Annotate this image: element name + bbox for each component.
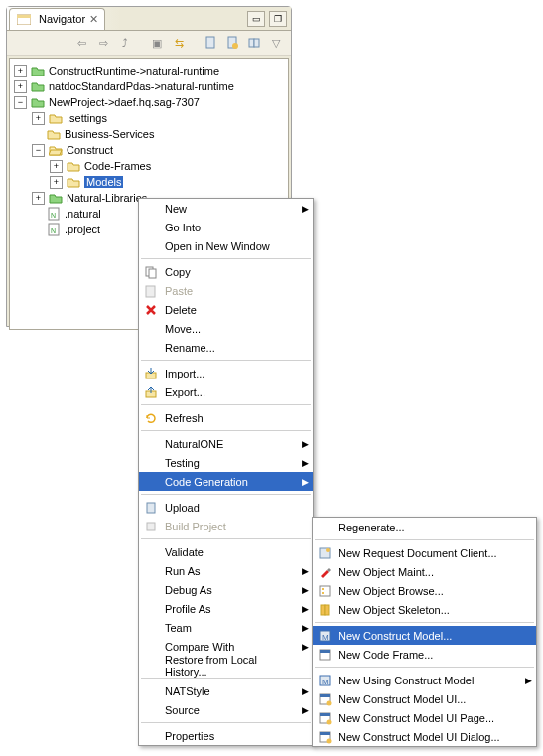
svg-text:M: M xyxy=(322,633,329,642)
tab-bar: Navigator ✕ ▭ ❐ xyxy=(7,7,291,31)
wizard-icon xyxy=(313,603,337,617)
project-icon xyxy=(30,63,46,78)
menu-objskel[interactable]: New Object Skeleton... xyxy=(313,600,536,619)
build-icon xyxy=(139,520,163,533)
menu-build: Build Project xyxy=(139,517,313,535)
project-icon xyxy=(30,78,46,94)
svg-rect-21 xyxy=(322,588,324,590)
menu-reqdoc[interactable]: New Request Document Client... xyxy=(313,543,536,562)
svg-rect-17 xyxy=(147,523,155,530)
menu-constuidialog[interactable]: New Construct Model UI Dialog... xyxy=(313,727,536,746)
menu-paste: Paste xyxy=(139,281,313,300)
menu-constui[interactable]: New Construct Model UI... xyxy=(313,689,536,708)
folder-icon xyxy=(66,174,81,190)
maximize-icon[interactable]: ❐ xyxy=(269,11,287,27)
menu-restore[interactable]: Restore from Local History... xyxy=(139,656,313,675)
menu-delete[interactable]: Delete xyxy=(139,300,313,319)
menu-profileas[interactable]: Profile As▶ xyxy=(139,599,313,618)
tree-node-selected[interactable]: +Models xyxy=(10,174,288,190)
svg-text:M: M xyxy=(322,678,329,686)
tree-node[interactable]: +ConstructRuntime->natural-runtime xyxy=(10,63,288,78)
menu-copy[interactable]: Copy xyxy=(139,262,313,281)
menu-objbrowse[interactable]: New Object Browse... xyxy=(313,581,536,600)
menu-new[interactable]: New▶ xyxy=(139,199,313,218)
folder-icon xyxy=(48,110,64,126)
toolbar: ⇦ ⇨ ⤴ ▣ ⇆ ▽ xyxy=(7,31,291,56)
tree-node[interactable]: Business-Services xyxy=(10,126,288,142)
svg-rect-5 xyxy=(249,39,254,47)
svg-rect-28 xyxy=(320,650,330,653)
menu-usingconst[interactable]: MNew Using Construct Model▶ xyxy=(313,671,536,689)
menu-objmaint[interactable]: New Object Maint... xyxy=(313,562,536,581)
library-icon xyxy=(48,190,64,206)
file-icon: N xyxy=(46,206,62,222)
menu-constuipage[interactable]: New Construct Model UI Page... xyxy=(313,708,536,727)
tree-node[interactable]: +natdocStandardPdas->natural-runtime xyxy=(10,78,288,94)
svg-point-4 xyxy=(232,43,238,49)
tree-node[interactable]: +Code-Frames xyxy=(10,158,288,174)
folder-icon xyxy=(46,126,62,142)
menu-rename[interactable]: Rename... xyxy=(139,338,313,357)
menu-regenerate[interactable]: Regenerate... xyxy=(313,518,536,536)
menu-naturalone[interactable]: NaturalONE▶ xyxy=(139,434,313,453)
tree-node[interactable]: +.settings xyxy=(10,110,288,126)
svg-rect-13 xyxy=(146,286,155,297)
folder-open-icon xyxy=(48,142,64,158)
tree-node[interactable]: −NewProject->daef.hq.sag-7307 xyxy=(10,94,288,110)
menu-natstyle[interactable]: NATStyle▶ xyxy=(139,681,313,700)
navigator-tab[interactable]: Navigator ✕ xyxy=(9,8,105,30)
svg-point-33 xyxy=(327,700,332,705)
svg-rect-2 xyxy=(206,37,214,48)
wizard-icon xyxy=(313,648,337,662)
menu-import[interactable]: Import... xyxy=(139,364,313,382)
tool3-icon[interactable] xyxy=(245,34,263,52)
svg-rect-6 xyxy=(254,39,259,47)
menu-codeframe[interactable]: New Code Frame... xyxy=(313,645,536,664)
menu-debugas[interactable]: Debug As▶ xyxy=(139,580,313,599)
collapse-icon[interactable]: ▣ xyxy=(148,34,166,52)
menu-validate[interactable]: Validate xyxy=(139,542,313,561)
fwd-icon[interactable]: ⇨ xyxy=(94,34,112,52)
menu-export[interactable]: Export... xyxy=(139,382,313,401)
wizard-icon xyxy=(313,711,337,725)
menu-constmodel[interactable]: MNew Construct Model... xyxy=(313,626,536,645)
svg-point-19 xyxy=(326,548,330,552)
menu-team[interactable]: Team▶ xyxy=(139,618,313,637)
submenu-codegen: Regenerate... New Request Document Clien… xyxy=(312,517,537,747)
svg-rect-35 xyxy=(320,713,330,716)
svg-text:N: N xyxy=(51,227,56,234)
wizard-icon xyxy=(313,546,337,560)
tree-node[interactable]: −Construct xyxy=(10,142,288,158)
svg-rect-1 xyxy=(17,15,31,18)
link-icon[interactable]: ⇆ xyxy=(170,34,188,52)
tool1-icon[interactable] xyxy=(202,34,219,52)
menu-properties[interactable]: Properties xyxy=(139,726,313,745)
tab-label: Navigator xyxy=(39,13,85,25)
up-icon[interactable]: ⤴ xyxy=(116,34,134,52)
delete-icon xyxy=(139,303,163,317)
svg-point-36 xyxy=(327,719,332,724)
svg-rect-22 xyxy=(322,592,324,594)
wizard-icon xyxy=(313,730,337,744)
svg-rect-20 xyxy=(320,586,330,596)
back-icon[interactable]: ⇦ xyxy=(72,34,90,52)
menu-gointo[interactable]: Go Into xyxy=(139,218,313,236)
wizard-icon: M xyxy=(313,629,337,643)
menu-upload[interactable]: Upload xyxy=(139,498,313,517)
menu-codegen[interactable]: Code Generation▶ xyxy=(139,472,313,491)
menu-runas[interactable]: Run As▶ xyxy=(139,561,313,580)
menu-testing[interactable]: Testing▶ xyxy=(139,453,313,472)
import-icon xyxy=(139,367,163,380)
minimize-icon[interactable]: ▭ xyxy=(247,11,265,27)
wizard-icon xyxy=(313,692,337,706)
project-icon xyxy=(30,94,46,110)
menu-move[interactable]: Move... xyxy=(139,319,313,338)
svg-rect-32 xyxy=(320,694,330,697)
menu-openwin[interactable]: Open in New Window xyxy=(139,236,313,255)
menu-refresh[interactable]: Refresh xyxy=(139,408,313,427)
menu-icon[interactable]: ▽ xyxy=(267,34,285,52)
tool2-icon[interactable] xyxy=(223,34,241,52)
menu-source[interactable]: Source▶ xyxy=(139,700,313,719)
close-icon[interactable]: ✕ xyxy=(89,13,98,26)
upload-icon xyxy=(139,501,163,515)
